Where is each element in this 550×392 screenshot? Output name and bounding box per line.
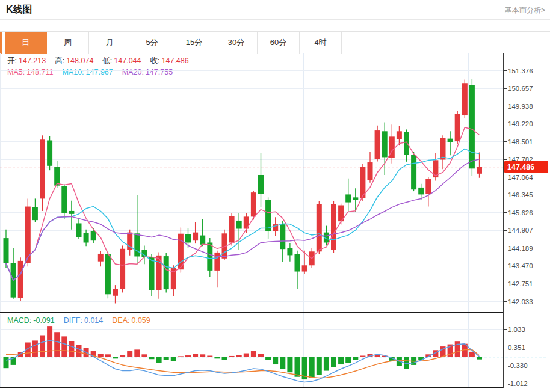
candle-body [418, 188, 424, 194]
macd-bar [98, 354, 104, 357]
candle-body [207, 242, 212, 270]
macd-panel-bottom-border [0, 387, 503, 388]
price-axis-label: 146.345 [508, 191, 533, 198]
macd-bar [258, 354, 264, 357]
macd-axis-label: 1.033 [508, 326, 525, 333]
macd-bar [236, 355, 242, 357]
candle-body [477, 167, 482, 174]
kline-widget: K线图 基本面分析> 日周月5分15分30分60分4时 开:147.213高:1… [0, 0, 550, 392]
candle-body [353, 197, 358, 200]
macd-bar [280, 357, 285, 369]
candle-body [258, 175, 264, 194]
macd-bar [265, 357, 271, 360]
tab-5分[interactable]: 5分 [131, 32, 173, 54]
macd-bar [214, 357, 220, 359]
macd-bar [105, 354, 111, 357]
macd-bar [40, 336, 45, 357]
tab-周[interactable]: 周 [47, 32, 89, 54]
tabbar-accent-edge [0, 32, 2, 54]
tab-月[interactable]: 月 [89, 32, 131, 54]
macd-bar [360, 356, 365, 357]
macd-bar [127, 351, 132, 357]
candle-body [120, 249, 125, 289]
candle-body [76, 223, 82, 237]
candle-body [455, 114, 460, 141]
candle-body [440, 138, 446, 159]
tab-60分[interactable]: 60分 [258, 32, 300, 54]
macd-bar [32, 340, 38, 357]
price-axis-label: 142.751 [508, 280, 533, 287]
macd-bar [317, 357, 322, 375]
main-panel-bottom-border [0, 312, 503, 313]
macd-axis-label: 0.351 [508, 344, 525, 351]
price-axis-label: 142.033 [508, 298, 533, 305]
tab-30分[interactable]: 30分 [215, 32, 258, 54]
price-axis-label: 151.376 [508, 67, 533, 75]
candle-body [4, 238, 9, 263]
price-axis-label: 143.470 [508, 262, 533, 269]
price-axis-label: 150.657 [508, 85, 533, 92]
kline-chart-canvas[interactable]: 151.376150.657149.938149.220148.501147.7… [0, 53, 550, 392]
fundamental-analysis-link[interactable]: 基本面分析> [505, 5, 545, 16]
candle-body [98, 254, 104, 262]
price-axis-label: 147.064 [508, 174, 533, 181]
macd-bar [295, 357, 300, 377]
tab-4时[interactable]: 4时 [300, 32, 342, 54]
macd-bar [273, 357, 278, 364]
candle-body [91, 231, 96, 240]
macd-bar [149, 357, 155, 360]
macd-axis-label: -1.012 [508, 380, 528, 387]
candle-body [61, 186, 67, 213]
candle-body [287, 248, 292, 256]
macd-bar [207, 356, 212, 357]
candle-body [251, 192, 256, 216]
candle-body [345, 194, 351, 202]
macd-bar [309, 357, 315, 378]
macd-bar [251, 351, 256, 357]
candle-body [397, 131, 402, 139]
macd-bar [156, 357, 162, 363]
candle-body [448, 139, 453, 142]
candle-body [469, 85, 475, 169]
candle-body [69, 211, 74, 214]
price-axis-label: 148.501 [508, 138, 533, 145]
macd-bar [164, 357, 169, 360]
candle-body [462, 83, 468, 115]
candle-body [411, 155, 416, 189]
candle-body [295, 254, 300, 272]
candle-body [47, 141, 52, 166]
macd-bar [54, 332, 60, 357]
macd-bar [222, 357, 227, 360]
macd-bar [69, 341, 74, 357]
candle-body [185, 234, 191, 243]
candle-body [425, 179, 431, 194]
macd-bar [345, 357, 351, 363]
macd-bar [47, 326, 52, 357]
macd-bar [134, 349, 140, 357]
candle-body [236, 221, 242, 229]
price-axis-label: 149.938 [508, 103, 533, 110]
macd-bar [120, 355, 125, 357]
candle-body [32, 207, 38, 220]
candle-body [84, 233, 89, 242]
candle-body [265, 200, 271, 231]
candle-body [317, 204, 322, 251]
candle-body [368, 162, 373, 180]
macd-bar [353, 357, 358, 360]
candle-body [404, 132, 409, 155]
candle-body [164, 256, 169, 289]
macd-bar [76, 345, 82, 357]
macd-bar [113, 357, 118, 359]
tab-15分[interactable]: 15分 [173, 32, 215, 54]
macd-bar [477, 357, 482, 360]
candle-body [280, 224, 285, 249]
macd-bar [178, 356, 184, 357]
candle-body [54, 167, 60, 185]
macd-bar [4, 357, 9, 368]
price-axis-label: 145.626 [508, 209, 533, 216]
candle-body [193, 233, 198, 241]
tab-日[interactable]: 日 [5, 32, 47, 54]
candle-body [382, 131, 388, 157]
macd-bar [61, 336, 67, 357]
candle-body [149, 257, 155, 290]
